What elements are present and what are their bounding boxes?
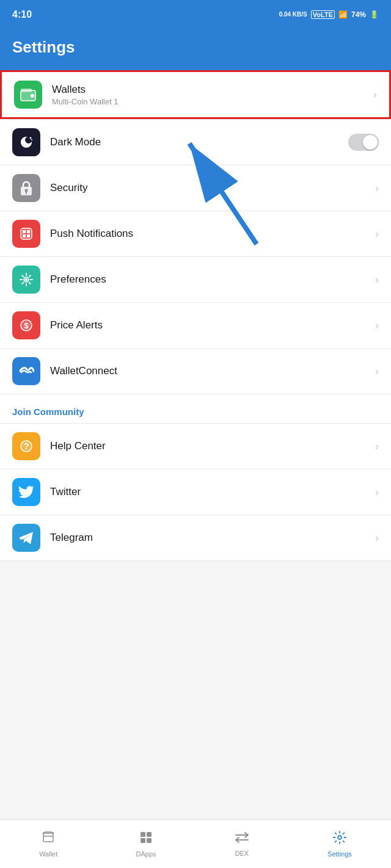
settings-nav-icon [333,831,346,848]
twitter-text: Twitter [50,486,375,498]
help-center-row[interactable]: ? Help Center › [0,423,391,469]
svg-rect-8 [21,228,32,239]
speed-indicator: 0.04 KB/S [279,11,307,18]
telegram-chevron: › [375,532,379,544]
wallets-icon [14,81,42,109]
svg-rect-12 [27,234,30,237]
price-alerts-text: Price Alerts [50,319,375,331]
wallets-chevron: › [373,89,377,101]
svg-text:$: $ [24,321,29,330]
twitter-title: Twitter [50,486,375,498]
svg-point-14 [25,278,27,281]
security-row[interactable]: Security › [0,165,391,211]
push-notifications-icon [12,220,40,248]
preferences-chevron: › [375,273,379,286]
svg-rect-22 [147,832,152,837]
svg-point-25 [338,836,342,839]
preferences-text: Preferences [50,273,375,286]
preferences-row[interactable]: Preferences › [0,257,391,303]
nav-dapps[interactable]: DApps [124,826,169,863]
help-center-chevron: › [375,440,379,453]
status-icons: 0.04 KB/S VoLTE 📶 74% 🔋 [279,10,379,19]
wallet-connect-row[interactable]: WalletConnect › [0,349,391,394]
price-alerts-row[interactable]: $ Price Alerts › [0,303,391,349]
svg-text:?: ? [23,441,29,451]
preferences-title: Preferences [50,273,375,286]
svg-rect-1 [21,89,32,92]
security-text: Security [50,182,375,194]
telegram-text: Telegram [50,532,375,544]
telegram-title: Telegram [50,532,375,544]
help-center-text: Help Center [50,440,375,452]
wallets-subtitle: Multi-Coin Wallet 1 [52,97,373,106]
wallets-row[interactable]: Wallets Multi-Coin Wallet 1 › [0,70,391,119]
dex-nav-label: DEX [235,850,249,857]
wallet-connect-text: WalletConnect [50,365,375,377]
svg-rect-9 [23,230,26,233]
dapps-nav-label: DApps [136,850,156,858]
settings-nav-label: Settings [327,850,352,858]
push-notifications-chevron: › [375,228,379,241]
battery-icon: 🔋 [370,10,379,19]
page-title: Settings [12,38,379,57]
push-notifications-title: Push Notifications [50,228,375,240]
svg-rect-21 [141,832,145,837]
svg-rect-11 [23,234,26,237]
status-time: 4:10 [12,9,32,20]
dark-mode-row[interactable]: Dark Mode [0,119,391,165]
twitter-icon [12,478,40,506]
security-title: Security [50,182,375,194]
nav-wallet[interactable]: Wallet [27,826,70,863]
price-alerts-title: Price Alerts [50,319,375,331]
dark-mode-icon [12,128,40,156]
svg-rect-23 [141,838,145,843]
svg-point-2 [31,94,34,98]
price-alerts-chevron: › [375,319,379,332]
page-header: Settings [0,29,391,70]
battery-text: 74% [351,10,366,19]
wallet-connect-chevron: › [375,365,379,378]
security-icon [12,174,40,202]
twitter-row[interactable]: Twitter › [0,469,391,515]
telegram-icon [12,524,40,552]
wallet-nav-icon [42,831,55,848]
wallet-nav-label: Wallet [39,850,57,858]
community-section-header: Join Community [0,394,391,423]
help-center-icon: ? [12,432,40,460]
wallet-connect-icon [12,357,40,385]
community-section-title: Join Community [12,407,379,417]
nav-settings[interactable]: Settings [315,826,364,863]
dex-nav-icon [235,831,249,847]
signal-icon: 📶 [338,10,348,19]
telegram-row[interactable]: Telegram › [0,515,391,561]
bottom-nav: Wallet DApps DEX [0,819,391,868]
svg-rect-24 [147,838,152,843]
wallets-text: Wallets Multi-Coin Wallet 1 [52,84,373,106]
push-notifications-row[interactable]: Push Notifications › [0,211,391,257]
wallets-title: Wallets [52,84,373,96]
nav-dex[interactable]: DEX [222,826,261,862]
preferences-icon [12,266,40,294]
dark-mode-title: Dark Mode [50,136,348,148]
svg-point-4 [31,139,32,140]
help-center-title: Help Center [50,440,375,452]
svg-rect-10 [27,230,30,233]
settings-list: Wallets Multi-Coin Wallet 1 › Dark Mode [0,70,391,561]
dapps-nav-icon [139,831,153,848]
push-notifications-text: Push Notifications [50,228,375,240]
security-chevron: › [375,182,379,195]
svg-point-3 [30,137,32,139]
wallet-connect-title: WalletConnect [50,365,375,377]
price-alerts-icon: $ [12,311,40,339]
volte-icon: VoLTE [311,10,335,19]
dark-mode-toggle[interactable] [348,134,379,151]
dark-mode-text: Dark Mode [50,136,348,148]
twitter-chevron: › [375,486,379,499]
status-bar: 4:10 0.04 KB/S VoLTE 📶 74% 🔋 [0,0,391,29]
